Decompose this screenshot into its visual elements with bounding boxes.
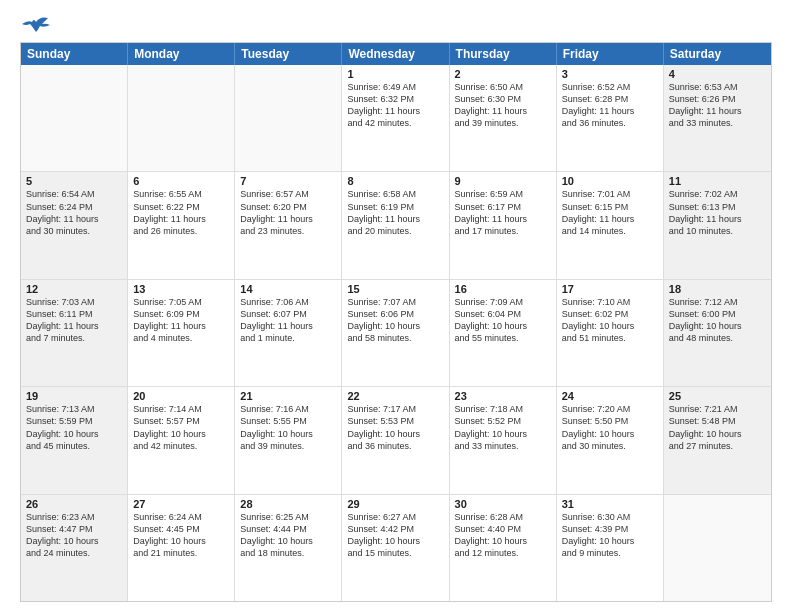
calendar-cell: 25Sunrise: 7:21 AM Sunset: 5:48 PM Dayli… [664,387,771,493]
day-number: 30 [455,498,551,510]
calendar-row: 26Sunrise: 6:23 AM Sunset: 4:47 PM Dayli… [21,495,771,601]
calendar-cell: 12Sunrise: 7:03 AM Sunset: 6:11 PM Dayli… [21,280,128,386]
cell-info: Sunrise: 7:13 AM Sunset: 5:59 PM Dayligh… [26,403,122,452]
day-number: 20 [133,390,229,402]
cell-info: Sunrise: 6:27 AM Sunset: 4:42 PM Dayligh… [347,511,443,560]
cell-info: Sunrise: 7:17 AM Sunset: 5:53 PM Dayligh… [347,403,443,452]
calendar-cell: 21Sunrise: 7:16 AM Sunset: 5:55 PM Dayli… [235,387,342,493]
calendar-cell: 18Sunrise: 7:12 AM Sunset: 6:00 PM Dayli… [664,280,771,386]
cell-info: Sunrise: 6:59 AM Sunset: 6:17 PM Dayligh… [455,188,551,237]
calendar-header-cell: Saturday [664,43,771,65]
calendar-cell: 10Sunrise: 7:01 AM Sunset: 6:15 PM Dayli… [557,172,664,278]
calendar-header-cell: Friday [557,43,664,65]
calendar-cell: 13Sunrise: 7:05 AM Sunset: 6:09 PM Dayli… [128,280,235,386]
calendar-row: 19Sunrise: 7:13 AM Sunset: 5:59 PM Dayli… [21,387,771,494]
logo-bird-icon [22,16,50,38]
cell-info: Sunrise: 6:54 AM Sunset: 6:24 PM Dayligh… [26,188,122,237]
cell-info: Sunrise: 7:06 AM Sunset: 6:07 PM Dayligh… [240,296,336,345]
calendar-header-cell: Thursday [450,43,557,65]
cell-info: Sunrise: 7:10 AM Sunset: 6:02 PM Dayligh… [562,296,658,345]
calendar-header-cell: Tuesday [235,43,342,65]
logo [20,16,50,34]
calendar-cell [128,65,235,171]
calendar-cell [21,65,128,171]
cell-info: Sunrise: 7:12 AM Sunset: 6:00 PM Dayligh… [669,296,766,345]
cell-info: Sunrise: 6:24 AM Sunset: 4:45 PM Dayligh… [133,511,229,560]
calendar-cell: 8Sunrise: 6:58 AM Sunset: 6:19 PM Daylig… [342,172,449,278]
calendar-cell: 17Sunrise: 7:10 AM Sunset: 6:02 PM Dayli… [557,280,664,386]
day-number: 6 [133,175,229,187]
day-number: 18 [669,283,766,295]
calendar-cell: 19Sunrise: 7:13 AM Sunset: 5:59 PM Dayli… [21,387,128,493]
page-header [20,16,772,34]
calendar-cell: 3Sunrise: 6:52 AM Sunset: 6:28 PM Daylig… [557,65,664,171]
day-number: 24 [562,390,658,402]
day-number: 10 [562,175,658,187]
calendar-cell: 28Sunrise: 6:25 AM Sunset: 4:44 PM Dayli… [235,495,342,601]
cell-info: Sunrise: 7:07 AM Sunset: 6:06 PM Dayligh… [347,296,443,345]
day-number: 25 [669,390,766,402]
cell-info: Sunrise: 7:21 AM Sunset: 5:48 PM Dayligh… [669,403,766,452]
calendar-cell: 26Sunrise: 6:23 AM Sunset: 4:47 PM Dayli… [21,495,128,601]
calendar: SundayMondayTuesdayWednesdayThursdayFrid… [20,42,772,602]
cell-info: Sunrise: 7:14 AM Sunset: 5:57 PM Dayligh… [133,403,229,452]
calendar-cell [235,65,342,171]
cell-info: Sunrise: 6:23 AM Sunset: 4:47 PM Dayligh… [26,511,122,560]
day-number: 26 [26,498,122,510]
day-number: 13 [133,283,229,295]
cell-info: Sunrise: 6:28 AM Sunset: 4:40 PM Dayligh… [455,511,551,560]
day-number: 14 [240,283,336,295]
calendar-cell: 14Sunrise: 7:06 AM Sunset: 6:07 PM Dayli… [235,280,342,386]
calendar-cell: 30Sunrise: 6:28 AM Sunset: 4:40 PM Dayli… [450,495,557,601]
day-number: 11 [669,175,766,187]
cell-info: Sunrise: 6:58 AM Sunset: 6:19 PM Dayligh… [347,188,443,237]
calendar-header-cell: Sunday [21,43,128,65]
calendar-cell: 1Sunrise: 6:49 AM Sunset: 6:32 PM Daylig… [342,65,449,171]
cell-info: Sunrise: 6:30 AM Sunset: 4:39 PM Dayligh… [562,511,658,560]
cell-info: Sunrise: 7:18 AM Sunset: 5:52 PM Dayligh… [455,403,551,452]
day-number: 3 [562,68,658,80]
day-number: 21 [240,390,336,402]
calendar-row: 12Sunrise: 7:03 AM Sunset: 6:11 PM Dayli… [21,280,771,387]
calendar-cell: 24Sunrise: 7:20 AM Sunset: 5:50 PM Dayli… [557,387,664,493]
day-number: 2 [455,68,551,80]
calendar-cell: 22Sunrise: 7:17 AM Sunset: 5:53 PM Dayli… [342,387,449,493]
day-number: 12 [26,283,122,295]
calendar-cell: 16Sunrise: 7:09 AM Sunset: 6:04 PM Dayli… [450,280,557,386]
day-number: 22 [347,390,443,402]
cell-info: Sunrise: 6:49 AM Sunset: 6:32 PM Dayligh… [347,81,443,130]
day-number: 16 [455,283,551,295]
calendar-row: 5Sunrise: 6:54 AM Sunset: 6:24 PM Daylig… [21,172,771,279]
day-number: 31 [562,498,658,510]
calendar-cell: 9Sunrise: 6:59 AM Sunset: 6:17 PM Daylig… [450,172,557,278]
calendar-header-cell: Monday [128,43,235,65]
cell-info: Sunrise: 6:52 AM Sunset: 6:28 PM Dayligh… [562,81,658,130]
cell-info: Sunrise: 6:50 AM Sunset: 6:30 PM Dayligh… [455,81,551,130]
day-number: 19 [26,390,122,402]
day-number: 7 [240,175,336,187]
cell-info: Sunrise: 7:05 AM Sunset: 6:09 PM Dayligh… [133,296,229,345]
calendar-cell: 2Sunrise: 6:50 AM Sunset: 6:30 PM Daylig… [450,65,557,171]
day-number: 1 [347,68,443,80]
cell-info: Sunrise: 7:01 AM Sunset: 6:15 PM Dayligh… [562,188,658,237]
cell-info: Sunrise: 6:25 AM Sunset: 4:44 PM Dayligh… [240,511,336,560]
day-number: 23 [455,390,551,402]
day-number: 4 [669,68,766,80]
day-number: 17 [562,283,658,295]
day-number: 29 [347,498,443,510]
day-number: 27 [133,498,229,510]
calendar-body: 1Sunrise: 6:49 AM Sunset: 6:32 PM Daylig… [21,65,771,601]
cell-info: Sunrise: 6:53 AM Sunset: 6:26 PM Dayligh… [669,81,766,130]
day-number: 8 [347,175,443,187]
calendar-cell: 7Sunrise: 6:57 AM Sunset: 6:20 PM Daylig… [235,172,342,278]
calendar-header-cell: Wednesday [342,43,449,65]
calendar-cell: 23Sunrise: 7:18 AM Sunset: 5:52 PM Dayli… [450,387,557,493]
cell-info: Sunrise: 7:03 AM Sunset: 6:11 PM Dayligh… [26,296,122,345]
day-number: 28 [240,498,336,510]
cell-info: Sunrise: 7:09 AM Sunset: 6:04 PM Dayligh… [455,296,551,345]
calendar-cell: 15Sunrise: 7:07 AM Sunset: 6:06 PM Dayli… [342,280,449,386]
cell-info: Sunrise: 7:16 AM Sunset: 5:55 PM Dayligh… [240,403,336,452]
day-number: 15 [347,283,443,295]
day-number: 9 [455,175,551,187]
cell-info: Sunrise: 7:02 AM Sunset: 6:13 PM Dayligh… [669,188,766,237]
